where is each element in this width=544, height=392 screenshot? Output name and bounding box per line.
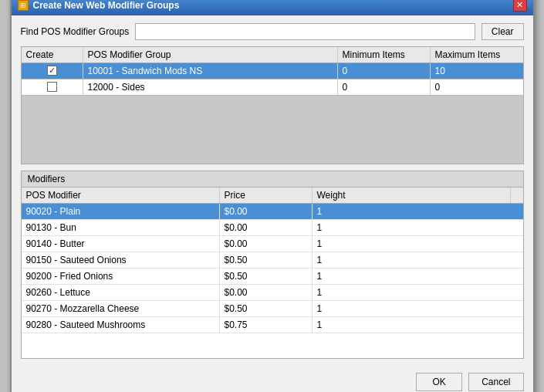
modifier-row[interactable]: 90260 - Lettuce $0.00 1 [22, 285, 523, 301]
pos-modifier-groups-table: Create POS Modifier Group Minimum Items … [21, 46, 524, 164]
table-row[interactable]: 12000 - Sides 0 0 [22, 79, 523, 96]
mod-col-scroll [511, 188, 523, 203]
group-name: 10001 - Sandwich Mods NS [83, 63, 338, 79]
dialog: ⊞ Create New Web Modifier Groups ✕ Find … [10, 0, 535, 392]
modifiers-header: POS Modifier Price Weight [22, 188, 523, 204]
min-items: 0 [338, 63, 431, 79]
modifier-row[interactable]: 90200 - Fried Onions $0.50 1 [22, 269, 523, 285]
modifier-row[interactable]: 90140 - Butter $0.00 1 [22, 236, 523, 252]
modifier-weight: 1 [313, 236, 511, 252]
modifiers-body[interactable]: 90020 - Plain $0.00 1 90130 - Bun $0.00 … [22, 204, 523, 358]
modifier-row[interactable]: 90280 - Sauteed Mushrooms $0.75 1 [22, 317, 523, 333]
modifiers-section-label: Modifiers [21, 171, 524, 187]
find-label: Find POS Modifier Groups [21, 26, 130, 37]
modifiers-table: POS Modifier Price Weight 90020 - Plain … [21, 187, 524, 359]
col-pos-modifier-group: POS Modifier Group [83, 47, 338, 63]
modifier-weight: 1 [313, 317, 511, 333]
modifier-name: 90280 - Sauteed Mushrooms [22, 317, 220, 333]
mod-col-weight: Weight [313, 188, 511, 203]
find-input[interactable] [135, 23, 475, 40]
table-body: 10001 - Sandwich Mods NS 0 10 12000 - Si… [22, 63, 523, 164]
modifier-weight: 1 [313, 252, 511, 268]
col-min-items: Minimum Items [338, 47, 431, 63]
modifier-price: $0.75 [220, 317, 313, 333]
modifier-price: $0.00 [220, 285, 313, 300]
modifier-name: 90200 - Fried Onions [22, 269, 220, 284]
mod-col-price: Price [220, 188, 313, 203]
modifier-weight: 1 [313, 269, 511, 284]
app-icon: ⊞ [18, 0, 29, 11]
col-create: Create [22, 47, 83, 63]
close-button[interactable]: ✕ [513, 0, 527, 12]
modifier-name: 90130 - Bun [22, 220, 220, 235]
col-max-items: Maximum Items [431, 47, 523, 63]
ok-button[interactable]: OK [416, 373, 462, 391]
max-items: 0 [431, 79, 523, 95]
modifier-row[interactable]: 90020 - Plain $0.00 1 [22, 204, 523, 220]
find-row: Find POS Modifier Groups Clear [21, 23, 524, 40]
checkbox-cell[interactable] [22, 79, 83, 95]
title-bar: ⊞ Create New Web Modifier Groups ✕ [12, 0, 533, 15]
modifier-price: $0.00 [220, 236, 313, 252]
clear-button[interactable]: Clear [481, 23, 524, 40]
modifier-name: 90260 - Lettuce [22, 285, 220, 300]
modifier-weight: 1 [313, 220, 511, 235]
modifier-name: 90150 - Sauteed Onions [22, 252, 220, 268]
cancel-button[interactable]: Cancel [468, 373, 523, 391]
max-items: 10 [431, 63, 523, 79]
table-header: Create POS Modifier Group Minimum Items … [22, 47, 523, 63]
modifier-price: $0.00 [220, 204, 313, 219]
group-name: 12000 - Sides [83, 79, 338, 95]
modifier-price: $0.50 [220, 301, 313, 316]
empty-space [22, 96, 523, 157]
modifier-weight: 1 [313, 285, 511, 300]
modifier-row[interactable]: 90150 - Sauteed Onions $0.50 1 [22, 252, 523, 269]
min-items: 0 [338, 79, 431, 95]
modifier-name: 90140 - Butter [22, 236, 220, 252]
modifier-row[interactable]: 90130 - Bun $0.00 1 [22, 220, 523, 236]
modifier-row[interactable]: 90270 - Mozzarella Cheese $0.50 1 [22, 301, 523, 317]
modifier-price: $0.50 [220, 269, 313, 284]
modifier-weight: 1 [313, 204, 511, 219]
title-bar-left: ⊞ Create New Web Modifier Groups [18, 0, 180, 11]
modifier-weight: 1 [313, 301, 511, 316]
dialog-body: Find POS Modifier Groups Clear Create PO… [12, 15, 533, 367]
checkbox-cell[interactable] [22, 63, 83, 79]
table-row[interactable]: 10001 - Sandwich Mods NS 0 10 [22, 63, 523, 79]
modifier-price: $0.50 [220, 252, 313, 268]
create-checkbox[interactable] [47, 66, 57, 76]
modifier-price: $0.00 [220, 220, 313, 235]
mod-col-name: POS Modifier [22, 188, 220, 203]
modifier-name: 90020 - Plain [22, 204, 220, 219]
dialog-title: Create New Web Modifier Groups [33, 0, 180, 11]
create-checkbox[interactable] [47, 82, 57, 92]
bottom-buttons: OK Cancel [12, 367, 533, 393]
modifier-name: 90270 - Mozzarella Cheese [22, 301, 220, 316]
